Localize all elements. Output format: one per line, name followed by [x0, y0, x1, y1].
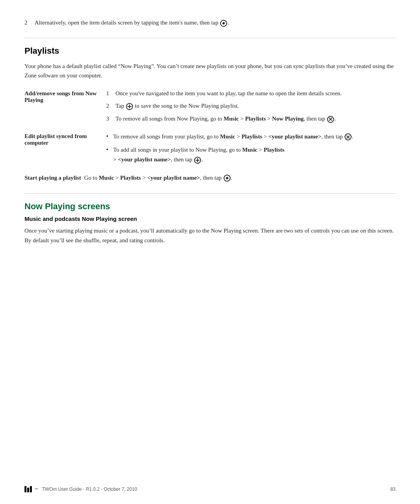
- add-remove-steps: 1 Once you've navigated to the item you …: [106, 89, 396, 124]
- playlists-table: Add/remove songs from Now Playing 1 Once…: [24, 89, 396, 168]
- step-2-text: Tap to save the song to the Now Playing …: [116, 101, 239, 111]
- kin-bar-1: [24, 486, 26, 492]
- x-circle-icon-2: [345, 133, 352, 140]
- step-num-2: 2: [106, 101, 112, 111]
- step-1-text: Once you've navigated to the item you wa…: [116, 89, 342, 98]
- step-2: 2 Tap to save the song to the Now Playin…: [106, 101, 396, 111]
- edit-bullet-1-text: To remove all songs from your playlist, …: [113, 132, 354, 142]
- x-circle-icon: [327, 116, 334, 123]
- start-playing-row: Start playing a playlist Go to Music > P…: [24, 173, 396, 183]
- plus-circle-icon-2: [194, 157, 201, 164]
- edit-bullet-1: • To remove all songs from your playlist…: [106, 131, 396, 142]
- edit-row: Edit playlist synced from computer • To …: [24, 131, 396, 168]
- step-3: 3 To remove all songs from Now Playing, …: [106, 114, 396, 124]
- kin-bar-2: [27, 488, 29, 492]
- add-remove-row: Add/remove songs from Now Playing 1 Once…: [24, 89, 396, 127]
- dot-icon-2: [224, 175, 231, 182]
- start-playing-label: Start playing a playlist: [24, 173, 81, 183]
- step-number: 2: [24, 19, 32, 26]
- footer-logo-area: ™ TWOm User Guide - R1.0.2 - October 7, …: [24, 486, 137, 492]
- step-1: 1 Once you've navigated to the item you …: [106, 89, 396, 98]
- edit-bullet-2: • To add all songs in your playlist to N…: [106, 145, 396, 164]
- edit-content: • To remove all songs from your playlist…: [106, 131, 396, 168]
- footer-tm: ™: [34, 487, 38, 492]
- add-remove-label: Add/remove songs from Now Playing: [24, 89, 106, 127]
- edit-bullet-2-text: To add all songs in your playlist to Now…: [113, 145, 284, 164]
- section-divider: [24, 38, 396, 38]
- step-3-text: To remove all songs from Now Playing, go…: [116, 114, 336, 124]
- playlists-intro-text: Your phone has a default playlist called…: [24, 61, 396, 80]
- playlists-section-title: Playlists: [24, 46, 396, 56]
- now-playing-subheading: Music and podcasts Now Playing screen: [24, 215, 396, 222]
- page-content: 2 Alternatively, open the item details s…: [0, 0, 420, 276]
- edit-label: Edit playlist synced from computer: [24, 131, 106, 168]
- dot-icon: [220, 20, 227, 27]
- kin-bar-3: [30, 486, 32, 492]
- step-text: Alternatively, open the item details scr…: [35, 19, 229, 27]
- page-footer: ™ TWOm User Guide - R1.0.2 - October 7, …: [24, 486, 396, 492]
- bullet-icon-1: •: [106, 131, 111, 142]
- step-num-1: 1: [106, 89, 112, 98]
- section-divider-2: [24, 193, 396, 194]
- now-playing-section-title: Now Playing screens: [24, 201, 396, 212]
- start-playing-text: Go to Music > Playlists > <your playlist…: [84, 173, 232, 183]
- step-2-intro: 2 Alternatively, open the item details s…: [24, 19, 396, 27]
- kin-logo-icon: [24, 486, 32, 492]
- bullet-icon-2: •: [106, 145, 111, 155]
- footer-guide-text: TWOm User Guide - R1.0.2 - October 7, 20…: [42, 486, 137, 492]
- add-remove-content: 1 Once you've navigated to the item you …: [106, 89, 396, 127]
- edit-bullets: • To remove all songs from your playlist…: [106, 131, 396, 164]
- step-num-3: 3: [106, 114, 112, 124]
- footer-page-number: 83: [390, 486, 396, 492]
- now-playing-body-text: Once you’ve starting playing music or a …: [24, 226, 396, 245]
- plus-circle-icon: [126, 103, 133, 110]
- spacer-row: [24, 127, 396, 131]
